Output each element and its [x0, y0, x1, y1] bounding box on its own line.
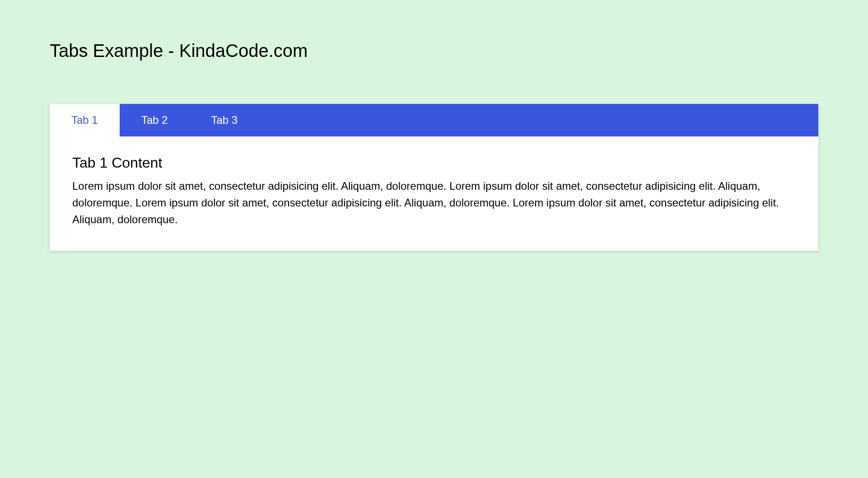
content-heading: Tab 1 Content — [72, 155, 796, 171]
page-title: Tabs Example - KindaCode.com — [50, 41, 818, 61]
tab-bar: Tab 1 Tab 2 Tab 3 — [50, 104, 818, 136]
tab-2[interactable]: Tab 2 — [120, 104, 190, 136]
content-body: Lorem ipsum dolor sit amet, consectetur … — [72, 178, 796, 228]
tab-content: Tab 1 Content Lorem ipsum dolor sit amet… — [50, 136, 818, 251]
tab-container: Tab 1 Tab 2 Tab 3 Tab 1 Content Lorem ip… — [50, 104, 818, 251]
tab-3[interactable]: Tab 3 — [189, 104, 259, 136]
tab-1[interactable]: Tab 1 — [50, 104, 120, 136]
